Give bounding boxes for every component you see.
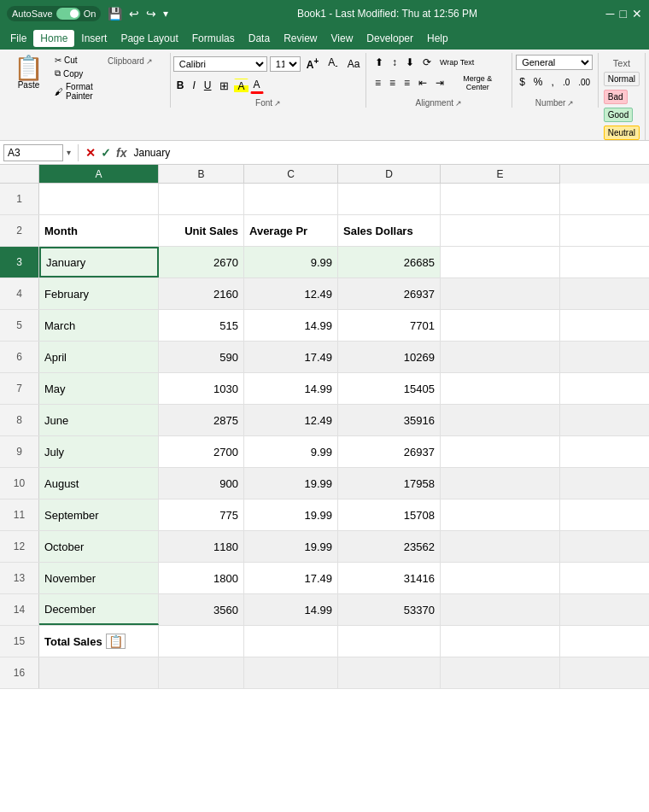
- wrap-text-button[interactable]: Wrap Text: [436, 55, 477, 70]
- style-neutral[interactable]: Neutral: [604, 126, 640, 140]
- cell-B5[interactable]: 515: [159, 310, 244, 341]
- decrease-decimal-button[interactable]: .0: [559, 74, 573, 90]
- cell-D7[interactable]: 15405: [338, 373, 441, 404]
- cell-B16[interactable]: [159, 657, 244, 688]
- cell-A2[interactable]: Month: [39, 215, 159, 246]
- cell-C1[interactable]: [244, 184, 338, 214]
- increase-decimal-button[interactable]: .00: [575, 74, 593, 90]
- align-right-button[interactable]: ≡: [401, 73, 413, 93]
- cell-B13[interactable]: 1800: [159, 563, 244, 593]
- cell-A16[interactable]: [39, 657, 159, 688]
- merge-center-button[interactable]: Merge & Center: [449, 73, 506, 93]
- cell-B1[interactable]: [159, 184, 244, 214]
- cell-E16[interactable]: [441, 657, 560, 688]
- minimize-icon[interactable]: ─: [606, 7, 615, 20]
- col-header-D[interactable]: D: [338, 165, 441, 184]
- cell-A9[interactable]: July: [39, 436, 159, 467]
- menu-formulas[interactable]: Formulas: [185, 30, 242, 47]
- cell-B3[interactable]: 2670: [159, 247, 244, 277]
- cell-D12[interactable]: 23562: [338, 531, 441, 562]
- paste-options-icon[interactable]: 📋: [106, 634, 126, 649]
- increase-indent-button[interactable]: ⇥: [432, 73, 447, 93]
- menu-insert[interactable]: Insert: [74, 30, 114, 47]
- cell-A14[interactable]: December: [39, 594, 159, 625]
- close-icon[interactable]: ✕: [632, 7, 642, 20]
- cell-C13[interactable]: 17.49: [244, 563, 338, 593]
- redo-icon[interactable]: ↪: [146, 7, 156, 20]
- paste-button[interactable]: 📋 Paste: [9, 55, 49, 91]
- cell-A7[interactable]: May: [39, 373, 159, 404]
- comma-button[interactable]: ,: [548, 74, 558, 90]
- percent-button[interactable]: %: [530, 74, 547, 90]
- cell-C15[interactable]: [244, 626, 338, 657]
- cell-B7[interactable]: 1030: [159, 373, 244, 404]
- menu-data[interactable]: Data: [242, 30, 277, 47]
- cell-B4[interactable]: 2160: [159, 278, 244, 309]
- cell-A13[interactable]: November: [39, 563, 159, 593]
- font-size-select[interactable]: 11: [270, 56, 301, 72]
- cell-ref-dropdown-icon[interactable]: ▾: [67, 148, 71, 157]
- cell-D9[interactable]: 26937: [338, 436, 441, 467]
- cell-E9[interactable]: [441, 436, 560, 467]
- bold-button[interactable]: B: [173, 78, 188, 93]
- align-top-button[interactable]: ⬆: [371, 55, 387, 70]
- cell-B12[interactable]: 1180: [159, 531, 244, 562]
- cell-B8[interactable]: 2875: [159, 405, 244, 435]
- cell-C6[interactable]: 17.49: [244, 342, 338, 372]
- cell-E6[interactable]: [441, 342, 560, 372]
- cell-B14[interactable]: 3560: [159, 594, 244, 625]
- cell-E14[interactable]: [441, 594, 560, 625]
- cell-E8[interactable]: [441, 405, 560, 435]
- autosave-toggle-switch[interactable]: [56, 8, 80, 20]
- cell-C3[interactable]: 9.99: [244, 247, 338, 277]
- menu-review[interactable]: Review: [277, 30, 324, 47]
- font-expand-icon[interactable]: ↗: [274, 99, 281, 108]
- cell-C14[interactable]: 14.99: [244, 594, 338, 625]
- cell-A3[interactable]: January: [39, 247, 159, 277]
- cell-D1[interactable]: [338, 184, 441, 214]
- align-left-button[interactable]: ≡: [371, 73, 384, 93]
- menu-help[interactable]: Help: [420, 30, 455, 47]
- decrease-font-button[interactable]: A-: [324, 55, 341, 72]
- number-format-select[interactable]: General: [516, 55, 593, 70]
- col-header-E[interactable]: E: [441, 165, 560, 184]
- more-icon[interactable]: ▾: [163, 8, 168, 20]
- cell-A11[interactable]: September: [39, 499, 159, 530]
- cell-C9[interactable]: 9.99: [244, 436, 338, 467]
- style-good[interactable]: Good: [604, 108, 633, 122]
- border-button[interactable]: ⊞: [216, 78, 232, 94]
- restore-icon[interactable]: □: [620, 7, 627, 20]
- cell-D6[interactable]: 10269: [338, 342, 441, 372]
- autosave-toggle[interactable]: AutoSave On: [7, 6, 101, 21]
- cell-D14[interactable]: 53370: [338, 594, 441, 625]
- cell-E7[interactable]: [441, 373, 560, 404]
- menu-developer[interactable]: Developer: [360, 30, 420, 47]
- angle-text-button[interactable]: ⟳: [419, 55, 435, 70]
- cell-B2[interactable]: Unit Sales: [159, 215, 244, 246]
- menu-view[interactable]: View: [324, 30, 360, 47]
- cut-button[interactable]: ✂ Cut: [52, 55, 96, 66]
- cell-A15[interactable]: Total Sales 📋: [39, 626, 159, 657]
- cell-E1[interactable]: [441, 184, 560, 214]
- cell-A1[interactable]: [39, 184, 159, 214]
- undo-icon[interactable]: ↩: [129, 7, 139, 20]
- cell-A12[interactable]: October: [39, 531, 159, 562]
- copy-button[interactable]: ⧉ Copy: [52, 67, 96, 79]
- cell-E15[interactable]: [441, 626, 560, 657]
- font-family-select[interactable]: Calibri: [173, 56, 267, 72]
- formula-input[interactable]: [130, 147, 646, 159]
- save-icon[interactable]: 💾: [108, 7, 122, 20]
- decrease-indent-button[interactable]: ⇤: [415, 73, 430, 93]
- cell-E12[interactable]: [441, 531, 560, 562]
- number-expand-icon[interactable]: ↗: [567, 99, 574, 108]
- format-painter-button[interactable]: 🖌 Format Painter: [52, 81, 96, 102]
- cell-A8[interactable]: June: [39, 405, 159, 435]
- alignment-expand-icon[interactable]: ↗: [455, 99, 462, 108]
- cell-reference-box[interactable]: A3: [3, 144, 63, 161]
- insert-function-icon[interactable]: fx: [116, 146, 126, 160]
- cell-C5[interactable]: 14.99: [244, 310, 338, 341]
- cell-D4[interactable]: 26937: [338, 278, 441, 309]
- cell-C2[interactable]: Average Pr: [244, 215, 338, 246]
- currency-button[interactable]: $: [516, 74, 529, 90]
- cell-E5[interactable]: [441, 310, 560, 341]
